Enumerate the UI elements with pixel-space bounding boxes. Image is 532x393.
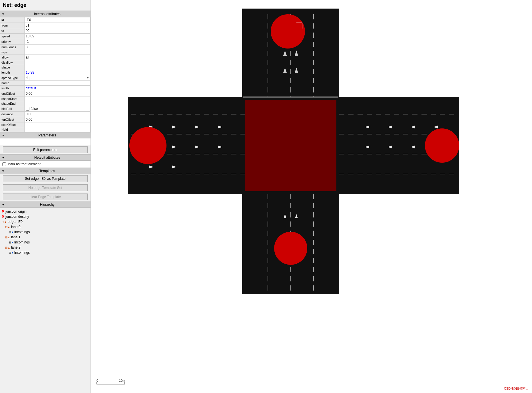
table-row: bidiRail false [0, 106, 91, 112]
network-canvas[interactable] [91, 0, 532, 393]
attr-value[interactable]: 13.89 [25, 34, 91, 39]
svg-point-51 [271, 14, 305, 49]
table-row: numLanes 3 [0, 45, 91, 50]
mark-front-row: Mark as front element [0, 161, 91, 168]
attr-value[interactable] [25, 127, 91, 132]
hier-item-lane2[interactable]: ⊟▲ lane 2 [2, 245, 89, 250]
hierarchy-header[interactable]: ▼ Hierarchy [0, 201, 91, 208]
tree-expand-icon: ⊟▲ [5, 236, 10, 239]
hier-item-lane1[interactable]: ⊟▲ lane 1 [2, 235, 89, 240]
canvas-area[interactable]: 0 10m CSDN@田俊南山 [91, 0, 532, 393]
attr-key: bidiRail [0, 106, 25, 112]
attr-value-width[interactable]: default [25, 86, 91, 91]
left-panel: Net: edge ▼ Internal attributes id -E0 f… [0, 0, 91, 393]
hier-label: Incomings [14, 251, 30, 255]
table-row: id -E0 [0, 17, 91, 23]
no-template-button: No edge Template Set [3, 184, 88, 191]
dropdown-arrow-icon: ▼ [87, 76, 89, 79]
attr-key: type [0, 50, 25, 55]
attr-value[interactable]: 0.00 [25, 112, 91, 117]
attr-value-bidirail[interactable]: false [25, 106, 91, 112]
blue-circle-icon: ● [11, 241, 13, 244]
attr-value[interactable]: -E0 [25, 17, 91, 23]
attr-value[interactable] [25, 101, 91, 106]
attr-value-length[interactable]: 15.38 [25, 70, 91, 75]
hier-item-incomings-0[interactable]: ⊞ ● Incomings [2, 229, 89, 235]
attr-value[interactable] [25, 60, 91, 65]
attr-value[interactable]: 0.00 [25, 117, 91, 122]
attr-value[interactable] [25, 50, 91, 55]
netedit-attributes-label: Netedit attributes [6, 156, 89, 160]
netedit-attributes-header[interactable]: ▼ Netedit attributes [0, 154, 91, 161]
attr-value[interactable] [25, 122, 91, 127]
hier-label: junction destiny [5, 215, 29, 219]
bidirail-checkbox[interactable] [26, 107, 29, 111]
hier-item-edge[interactable]: ⊟▲ edge: -E0 [2, 219, 89, 224]
red-cross-icon: ✖ [2, 215, 5, 219]
hier-label: lane 2 [11, 245, 21, 249]
scale-start: 0 [97, 379, 98, 382]
attr-key: allow [0, 55, 25, 60]
hier-label: edge: -E0 [8, 220, 23, 224]
attr-value[interactable]: J1 [25, 23, 91, 28]
expand-icon: ⊞ [9, 241, 11, 244]
table-row: distance 0.00 [0, 112, 91, 117]
attr-key: shape [0, 65, 25, 70]
hier-label: lane 0 [11, 225, 21, 229]
attr-value[interactable]: -1 [25, 39, 91, 45]
hierarchy-label: Hierarchy [6, 203, 89, 207]
table-row: Held [0, 127, 91, 132]
watermark: CSDN@田俊南山 [504, 386, 529, 391]
collapse-icon: ▼ [2, 170, 5, 173]
table-row: shape [0, 65, 91, 70]
hier-item-junction-origin[interactable]: ✖ junction origin [2, 209, 89, 214]
attr-key: priority [0, 39, 25, 45]
collapse-icon: ▼ [2, 13, 5, 16]
attr-value-spreadtype[interactable]: right ▼ [25, 75, 91, 81]
hier-item-incomings-2[interactable]: ⊞ ● Incomings [2, 250, 89, 255]
attr-value[interactable] [25, 81, 91, 86]
table-row: stopOffset [0, 122, 91, 127]
set-template-button[interactable]: Set edge '-E0' as Template [3, 175, 88, 182]
tree-expand-icon: ⊟▲ [5, 246, 10, 249]
hier-item-junction-destiny[interactable]: ✖ junction destiny [2, 214, 89, 219]
clear-template-button: clear Edge Template [3, 194, 88, 200]
table-row: to J0 [0, 28, 91, 34]
hier-label: junction origin [5, 209, 27, 213]
edit-parameters-button[interactable]: Edit parameters [3, 146, 88, 153]
attr-key: width [0, 86, 25, 91]
hier-item-incomings-1[interactable]: ⊞ ● Incomings [2, 240, 89, 245]
tree-expand-icon: ⊟▲ [5, 225, 10, 229]
attr-value[interactable]: J0 [25, 28, 91, 34]
attr-key: endOffset [0, 91, 25, 96]
expand-icon: ⊞ [9, 251, 11, 254]
attr-key: to [0, 28, 25, 34]
hierarchy-list: ✖ junction origin ✖ junction destiny ⊟▲ … [0, 208, 91, 256]
attr-value[interactable]: all [25, 55, 91, 60]
attr-key: disallow [0, 60, 25, 65]
hier-label: lane 1 [11, 235, 21, 239]
attr-value[interactable]: 3 [25, 45, 91, 50]
hier-label: Incomings [14, 240, 30, 244]
attr-key: name [0, 81, 25, 86]
attr-value[interactable] [25, 96, 91, 101]
table-row: width default [0, 86, 91, 91]
parameters-header[interactable]: ▼ Parameters [0, 132, 91, 138]
templates-header[interactable]: ▼ Templates [0, 168, 91, 174]
internal-attributes-header[interactable]: ▼ Internal attributes [0, 11, 91, 17]
table-row: disallow [0, 60, 91, 65]
mark-front-label: Mark as front element [7, 162, 41, 166]
tree-expand-icon: ⊟▲ [2, 220, 7, 223]
hier-item-lane0[interactable]: ⊟▲ lane 0 [2, 224, 89, 229]
attr-key: from [0, 23, 25, 28]
table-row: speed 13.89 [0, 34, 91, 39]
mark-front-checkbox[interactable] [2, 162, 6, 166]
scale-line [97, 382, 125, 384]
internal-attributes-label: Internal attributes [6, 12, 89, 16]
svg-point-52 [129, 127, 166, 164]
parameters-empty-row [0, 138, 91, 145]
attr-key: stopOffset [0, 122, 25, 127]
attr-value[interactable] [25, 65, 91, 70]
attr-value[interactable]: 0.00 [25, 91, 91, 96]
red-cross-icon: ✖ [2, 209, 5, 213]
